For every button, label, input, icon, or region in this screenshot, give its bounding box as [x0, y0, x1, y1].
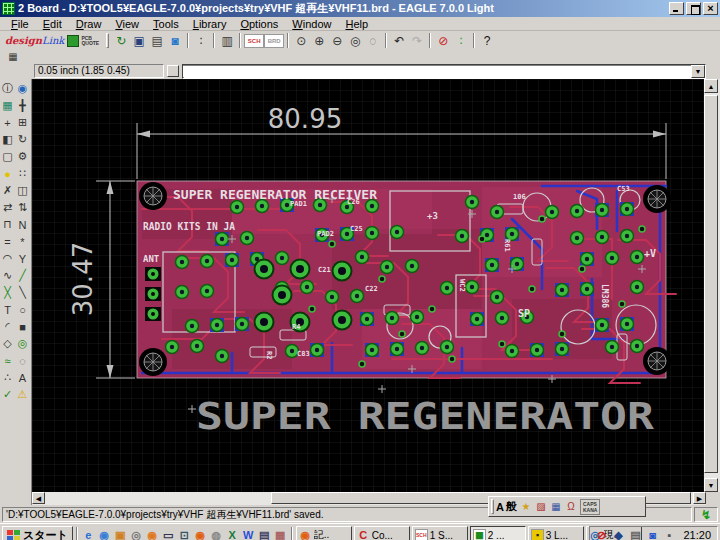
menu-edit[interactable]: Edit: [36, 18, 69, 30]
board-canvas[interactable]: 80.95 30.47 SUPER REGENERATOR RECEIVER R…: [32, 79, 704, 492]
show-icon[interactable]: ◉: [15, 80, 30, 97]
pinswap-icon[interactable]: ⇄: [0, 199, 15, 216]
display-layers-icon[interactable]: ▦: [0, 97, 15, 114]
hole-icon[interactable]: ◌: [15, 352, 30, 369]
zoom-out-button[interactable]: ⊖: [328, 32, 346, 49]
task-button-4[interactable]: ▦2 ...: [470, 526, 526, 540]
scroll-left-icon[interactable]: ◀: [32, 492, 45, 504]
print-button[interactable]: ▤: [148, 32, 166, 49]
media-icon[interactable]: ▣: [113, 527, 128, 540]
save-button[interactable]: ▣: [130, 32, 148, 49]
delete-icon[interactable]: ✗: [0, 182, 15, 199]
go-button[interactable]: ∶: [452, 32, 470, 49]
menu-library[interactable]: Library: [186, 18, 234, 30]
rotate-icon[interactable]: ↻: [15, 131, 30, 148]
zoom-select-button[interactable]: ◎: [346, 32, 364, 49]
firefox-icon[interactable]: ◉: [193, 527, 208, 540]
group-icon[interactable]: ▢: [0, 148, 15, 165]
key-icon[interactable]: ▪: [662, 528, 676, 540]
mirror-icon[interactable]: ◧: [0, 131, 15, 148]
close-button[interactable]: ×: [703, 2, 718, 15]
messenger-icon[interactable]: ◙: [645, 528, 659, 540]
cut-icon[interactable]: ●: [0, 165, 15, 182]
miter-icon[interactable]: ◠: [0, 250, 15, 267]
image-icon[interactable]: ▦: [273, 527, 288, 540]
polygon-icon[interactable]: ◇: [0, 335, 15, 352]
arc-icon[interactable]: ◜: [0, 318, 15, 335]
menu-window[interactable]: Window: [285, 18, 338, 30]
cam-processor-button[interactable]: ◙: [166, 32, 184, 49]
via-icon[interactable]: ◎: [15, 335, 30, 352]
stop-button[interactable]: ⊘: [434, 32, 452, 49]
desktop-icon[interactable]: ⊡: [177, 527, 192, 540]
task-button-1[interactable]: ◉記..: [296, 526, 352, 540]
switch-to-schematic-button[interactable]: SCH: [244, 34, 264, 48]
move-icon[interactable]: +: [0, 114, 15, 131]
ime-language-bar[interactable]: A 般 ★▨▦Ω CAPSKANA: [488, 496, 646, 517]
menu-options[interactable]: Options: [233, 18, 285, 30]
info-icon[interactable]: ⓘ: [0, 80, 15, 97]
scroll-down-icon[interactable]: ▼: [704, 478, 718, 492]
scroll-up-icon[interactable]: ▲: [704, 79, 718, 93]
console-icon[interactable]: ▭: [161, 527, 176, 540]
lock-icon[interactable]: ⊓: [0, 216, 15, 233]
restore-button[interactable]: [686, 2, 701, 15]
ripup-icon[interactable]: ╳: [0, 284, 15, 301]
add-icon[interactable]: ◫: [15, 182, 30, 199]
switch-to-board-button[interactable]: BRD: [264, 34, 284, 48]
block-icon[interactable]: ⊘: [594, 528, 608, 540]
pcb-quote-button[interactable]: PCBQUOTE: [67, 35, 99, 47]
value-icon[interactable]: =: [0, 233, 15, 250]
redo-button[interactable]: ↷: [408, 32, 426, 49]
ime-input-mode[interactable]: A: [496, 501, 504, 513]
change-icon[interactable]: ⚙: [15, 148, 30, 165]
task-button-5[interactable]: ▪3 L...: [528, 526, 584, 540]
ime-tools-icon[interactable]: ★: [519, 500, 533, 514]
ime-grip[interactable]: [491, 499, 494, 514]
shield-icon[interactable]: ◆: [611, 528, 625, 540]
wmp-icon[interactable]: ◉: [145, 527, 160, 540]
minimize-button[interactable]: [669, 2, 684, 15]
paste-icon[interactable]: ∷: [15, 165, 30, 182]
paint-icon[interactable]: ◍: [209, 527, 224, 540]
errors-icon[interactable]: ⚠: [15, 386, 30, 403]
drc-icon[interactable]: ✓: [0, 386, 15, 403]
menu-view[interactable]: View: [108, 18, 146, 30]
excel-icon[interactable]: X: [225, 527, 240, 540]
undo-button[interactable]: ↶: [390, 32, 408, 49]
menu-file[interactable]: File: [4, 18, 36, 30]
outlook-icon[interactable]: ◉: [97, 527, 112, 540]
scroll-right-icon[interactable]: ▶: [693, 492, 706, 504]
task-button-3[interactable]: SCH1 S...: [412, 526, 468, 540]
vertical-scroll-thumb[interactable]: [704, 95, 718, 473]
vertical-scrollbar[interactable]: ▲ ▼: [704, 79, 720, 492]
viewer-icon[interactable]: ◎: [129, 527, 144, 540]
route-icon[interactable]: ╱: [15, 267, 30, 284]
layer-settings-button[interactable]: ▥: [218, 32, 236, 49]
ime-pad-icon[interactable]: ▦: [549, 500, 563, 514]
optimize-icon[interactable]: ∿: [0, 267, 15, 284]
ime-dict-icon[interactable]: Ω: [564, 500, 578, 514]
rect-icon[interactable]: ■: [15, 318, 30, 335]
grid-icon[interactable]: ▦: [6, 51, 20, 63]
replace-icon[interactable]: ⇅: [15, 199, 30, 216]
ie-icon[interactable]: e: [81, 527, 96, 540]
menu-help[interactable]: Help: [338, 18, 375, 30]
run-script-button[interactable]: ∶: [192, 32, 210, 49]
zoom-in-button[interactable]: ⊕: [310, 32, 328, 49]
word-icon[interactable]: W: [241, 527, 256, 540]
name-icon[interactable]: N: [15, 216, 30, 233]
autoroute-icon[interactable]: A: [15, 369, 30, 386]
signal-icon[interactable]: ≈: [0, 352, 15, 369]
coord-mode-button[interactable]: [167, 65, 179, 77]
split-icon[interactable]: Y: [15, 250, 30, 267]
circle-icon[interactable]: ○: [15, 301, 30, 318]
smash-icon[interactable]: *: [15, 233, 30, 250]
task-button-2[interactable]: CCo...: [354, 526, 410, 540]
notebook-icon[interactable]: ▤: [257, 527, 272, 540]
mark-icon[interactable]: ╋: [15, 97, 30, 114]
designlink-logo[interactable]: designLink: [5, 35, 64, 46]
ime-conversion-mode[interactable]: 般: [506, 499, 517, 514]
open-board-button[interactable]: ↻: [112, 32, 130, 49]
menu-tools[interactable]: Tools: [146, 18, 186, 30]
